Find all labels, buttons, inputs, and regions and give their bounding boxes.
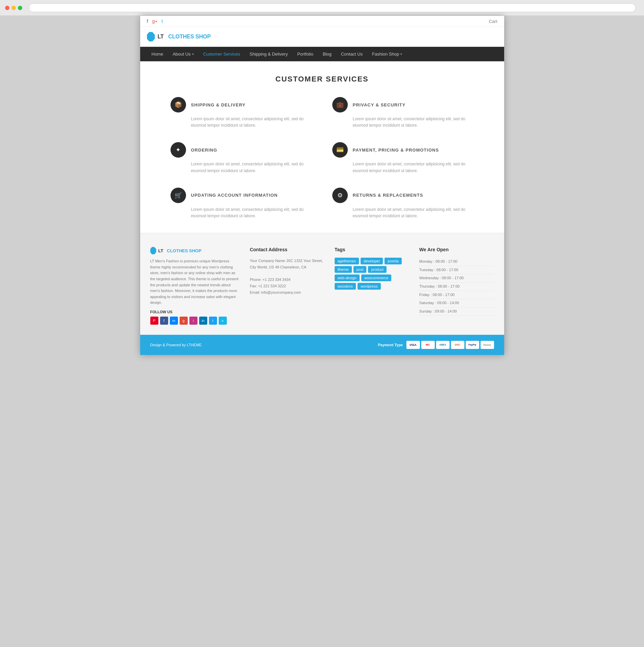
messenger-icon[interactable]: m [170, 317, 178, 325]
tags-wrap: agethemes developer joomla ltheme post p… [335, 258, 409, 290]
service-payment-title: PAYMENT, PRICING & PROMOTIONS [353, 148, 439, 153]
cart-link[interactable]: Cart [489, 19, 497, 24]
privacy-icon-wrap: 💼 [332, 97, 348, 112]
logo-icon [147, 32, 155, 41]
url-bar[interactable] [29, 3, 636, 12]
footer-logo-icon [150, 247, 156, 254]
none-card: None [481, 341, 494, 349]
service-returns-header: ⚙ RETURNS & REPLACEMENTS [332, 188, 474, 203]
tag-woocommerce[interactable]: woocommerce [361, 274, 392, 281]
footer-hours-col: We Are Open Monday : 08:00 - 17:00 Tuesd… [419, 247, 494, 325]
tag-post[interactable]: post [354, 266, 367, 273]
service-payment-header: 💳 PAYMENT, PRICING & PROMOTIONS [332, 142, 474, 158]
service-ordering-desc: Lorem ipsum dolor sit amet, consectetur … [171, 161, 312, 174]
nav-fashion-arrow: ▾ [400, 52, 402, 56]
service-shipping-desc: Lorem ipsum dolor sit amet, consectetur … [171, 116, 312, 129]
service-account-desc: Lorem ipsum dolor sit amet, consectetur … [171, 206, 312, 219]
footer-logo[interactable]: LT CLOTHES SHOP [150, 247, 240, 254]
service-ordering-title: ORDERING [191, 148, 217, 153]
service-shipping-header: 📦 SHIPPING & DELIVERY [171, 97, 312, 112]
tag-wordpress[interactable]: wordpress [358, 283, 381, 290]
main-nav: Home About Us ▾ Customer Services Shippi… [140, 47, 504, 61]
account-icon: 🛒 [175, 192, 182, 199]
tag-joomla[interactable]: joomla [385, 258, 401, 264]
service-privacy-title: PRIVACY & SECURITY [353, 102, 406, 107]
twitter-social-link[interactable]: t [161, 19, 163, 24]
payment-icon: 💳 [336, 146, 344, 154]
linkedin-icon[interactable]: in [199, 317, 207, 325]
footer-tags-col: Tags agethemes developer joomla ltheme p… [335, 247, 409, 325]
tag-developer[interactable]: developer [361, 258, 383, 264]
site-logo[interactable]: LT CLOTHES SHOP [147, 32, 497, 41]
service-privacy: 💼 PRIVACY & SECURITY Lorem ipsum dolor s… [332, 97, 474, 129]
account-icon-wrap: 🛒 [171, 188, 186, 203]
nav-customer-services[interactable]: Customer Services [198, 47, 245, 61]
amex-card: AMEX [436, 341, 450, 349]
nav-portfolio[interactable]: Portfolio [293, 47, 318, 61]
service-returns: ⚙ RETURNS & REPLACEMENTS Lorem ipsum dol… [332, 188, 474, 219]
footer-powered-text: Design & Powered by LTHEME [150, 343, 202, 347]
returns-icon: ⚙ [337, 192, 343, 199]
page-title: CUSTOMER SERVICES [150, 75, 494, 84]
hours-tuesday: Tuesday : 08:00 - 17:00 [419, 266, 494, 274]
service-ordering: ✦ ORDERING Lorem ipsum dolor sit amet, c… [171, 142, 312, 174]
minimize-dot[interactable] [11, 6, 16, 10]
facebook-social-link[interactable]: f [147, 19, 148, 24]
footer-logo-lt: LT [158, 248, 163, 253]
payment-icon-wrap: 💳 [332, 142, 348, 158]
tag-product[interactable]: product [368, 266, 387, 273]
service-payment-desc: Lorem ipsum dolor sit amet, consectetur … [332, 161, 474, 174]
hours-list: Monday : 08:00 - 17:00 Tuesday : 08:00 -… [419, 258, 494, 316]
browser-dots [5, 6, 22, 10]
service-shipping: 📦 SHIPPING & DELIVERY Lorem ipsum dolor … [171, 97, 312, 129]
service-privacy-header: 💼 PRIVACY & SECURITY [332, 97, 474, 112]
tag-ltheme[interactable]: ltheme [335, 266, 352, 273]
footer-hours-title: We Are Open [419, 247, 494, 252]
footer-about-text: LT Men's Fashion is premium unique Wordp… [150, 258, 240, 306]
twitter-footer-icon[interactable]: t [209, 317, 217, 325]
google-social-link[interactable]: g+ [152, 19, 157, 24]
footer-contact-address: Your Company Name JSC 1332 Your Street, … [250, 258, 324, 295]
website-container: f g+ t Cart LT CLOTHES SHOP Home About U… [140, 16, 504, 355]
footer-logo-text: LT CLOTHES SHOP [158, 248, 202, 253]
top-bar: f g+ t Cart [140, 16, 504, 27]
service-privacy-desc: Lorem ipsum dolor sit amet, consectetur … [332, 116, 474, 129]
tag-wooskins[interactable]: wooskins [335, 283, 356, 290]
visa-card: VISA [406, 341, 420, 349]
footer-grid: LT CLOTHES SHOP LT Men's Fashion is prem… [150, 247, 494, 325]
nav-contact[interactable]: Contact Us [336, 47, 367, 61]
logo-text: LT CLOTHES SHOP [158, 34, 211, 40]
follow-us-label: FOLLOW US [150, 310, 240, 314]
nav-blog[interactable]: Blog [318, 47, 336, 61]
ordering-icon: ✦ [176, 146, 181, 154]
nav-home[interactable]: Home [147, 47, 168, 61]
logo-name: CLOTHES SHOP [168, 34, 211, 39]
pinterest-icon[interactable]: P [150, 317, 158, 325]
footer-tags-title: Tags [335, 247, 409, 252]
maximize-dot[interactable] [18, 6, 22, 10]
logo-lt: LT [158, 34, 164, 39]
tag-agethemes[interactable]: agethemes [335, 258, 359, 264]
logo-area: LT CLOTHES SHOP [140, 27, 504, 47]
service-account-title: UPDATING ACCOUNT INFORMATION [191, 193, 278, 198]
vimeo-icon[interactable]: v [219, 317, 227, 325]
footer-about-col: LT CLOTHES SHOP LT Men's Fashion is prem… [150, 247, 240, 325]
nav-shipping[interactable]: Shipping & Delivery [245, 47, 292, 61]
service-returns-desc: Lorem ipsum dolor sit amet, consectetur … [332, 206, 474, 219]
google-footer-icon[interactable]: g [180, 317, 188, 325]
close-dot[interactable] [5, 6, 9, 10]
discover-card: DISC [451, 341, 464, 349]
nav-about[interactable]: About Us ▾ [168, 47, 198, 61]
hours-thursday: Thursday : 08:00 - 17:00 [419, 283, 494, 291]
service-returns-title: RETURNS & REPLACEMENTS [353, 193, 423, 198]
tag-web-design[interactable]: web-design [335, 274, 360, 281]
nav-fashion-shop[interactable]: Fashion Shop ▾ [367, 47, 407, 61]
hours-wednesday: Wednesday : 08:00 - 17:00 [419, 274, 494, 283]
main-content: CUSTOMER SERVICES 📦 SHIPPING & DELIVERY … [140, 61, 504, 233]
footer-logo-name: CLOTHES SHOP [167, 248, 202, 253]
footer-contact-col: Contact Address Your Company Name JSC 13… [250, 247, 324, 325]
instagram-icon[interactable]: i [189, 317, 197, 325]
privacy-icon: 💼 [336, 101, 344, 108]
facebook-footer-icon[interactable]: f [160, 317, 168, 325]
services-grid: 📦 SHIPPING & DELIVERY Lorem ipsum dolor … [171, 97, 474, 219]
